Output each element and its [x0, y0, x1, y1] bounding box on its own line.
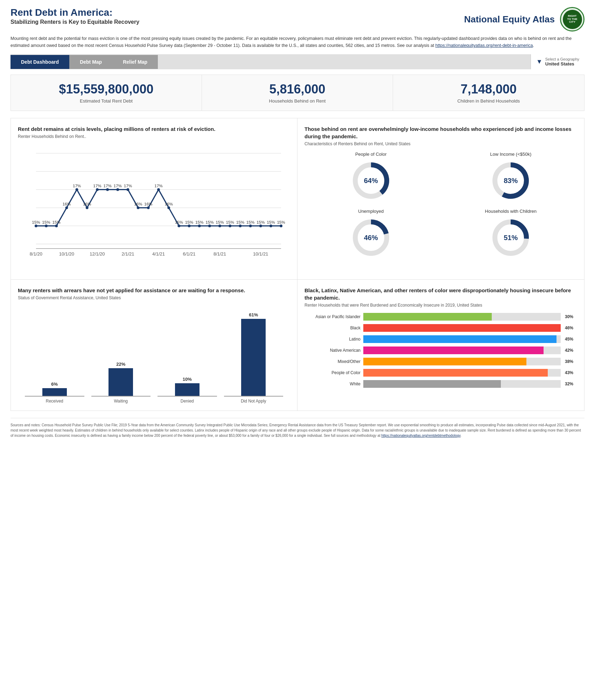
line-chart-svg: 15% 15% 15% 16% 17% 16% 17% 17% 17% 17% …: [18, 144, 290, 271]
panel-line-chart: Rent debt remains at crisis levels, plac…: [11, 118, 298, 280]
svg-text:15%: 15%: [52, 220, 61, 224]
logo-text: National Equity Atlas: [464, 14, 555, 25]
hbar-white-wrap: [363, 380, 561, 388]
svg-point-46: [188, 225, 191, 227]
donut1-chart: 64%: [350, 160, 392, 202]
donut-people-of-color: People of Color 64%: [304, 152, 438, 202]
intro-link[interactable]: https://nationalequityatlas.org/rent-deb…: [435, 43, 533, 48]
bar-denied-label: Denied: [181, 399, 194, 404]
tab-debt-map[interactable]: Debt Map: [69, 55, 112, 69]
panel4-subtitle: Renter Households that were Rent Burdene…: [304, 303, 577, 308]
geo-select-text: Select a Geography United States: [545, 57, 579, 66]
hbar-poc-label: People of Color: [304, 370, 360, 375]
svg-point-38: [106, 188, 109, 191]
hbar-native-wrap: [363, 346, 561, 354]
svg-point-34: [65, 206, 68, 209]
panel-donuts: Those behind on rent are overwhelmingly …: [298, 118, 584, 280]
svg-point-47: [198, 225, 201, 227]
hbar-poc-pct: 43%: [565, 370, 577, 375]
intro-text: Mounting rent debt and the potential for…: [10, 35, 584, 49]
donut3-label: Unemployed: [304, 209, 438, 214]
svg-point-48: [208, 225, 211, 227]
donut-grid: People of Color 64% Low Income (<$50k): [304, 152, 577, 259]
svg-text:12/1/20: 12/1/20: [90, 251, 105, 257]
kpi-total-debt-label: Estimated Total Rent Debt: [21, 98, 191, 104]
donut2-chart: 83%: [490, 160, 532, 202]
svg-text:15%: 15%: [42, 220, 50, 224]
geography-select[interactable]: ▼ Select a Geography United States: [531, 54, 584, 69]
svg-point-51: [239, 225, 241, 227]
kpi-households: 5,816,000 Households Behind on Rent: [202, 75, 393, 111]
svg-text:6/1/21: 6/1/21: [183, 251, 195, 257]
svg-text:15%: 15%: [267, 220, 275, 224]
svg-text:15%: 15%: [216, 220, 224, 224]
kpi-row: $15,559,800,000 Estimated Total Rent Deb…: [10, 75, 584, 111]
svg-point-49: [218, 225, 221, 227]
svg-text:8/1/20: 8/1/20: [30, 251, 42, 257]
svg-point-40: [127, 188, 130, 191]
svg-point-50: [229, 225, 231, 227]
hbar-black-wrap: [363, 324, 561, 332]
svg-text:15%: 15%: [226, 220, 234, 224]
hbar-black-fill: [363, 324, 561, 332]
tab-relief-map[interactable]: Relief Map: [112, 55, 158, 69]
panel3-subtitle: Status of Government Rental Assistance, …: [18, 295, 290, 300]
hbar-mixed-wrap: [363, 358, 561, 365]
hbar-latino: Latino 45%: [304, 335, 577, 343]
svg-point-43: [157, 188, 160, 191]
footer-text: Sources and notes: Census Household Puls…: [10, 423, 581, 438]
kpi-children-label: Children in Behind Households: [404, 98, 574, 104]
svg-text:16%: 16%: [144, 202, 152, 206]
panel-hbar-chart: Black, Latinx, Native American, and othe…: [298, 280, 584, 411]
tab-debt-dashboard[interactable]: Debt Dashboard: [10, 55, 69, 69]
svg-point-37: [96, 188, 99, 191]
hbar-asian-pct: 30%: [565, 314, 577, 319]
svg-text:17%: 17%: [93, 183, 101, 188]
bar-waiting-label: Waiting: [114, 399, 128, 404]
svg-text:16%: 16%: [164, 202, 173, 206]
hbar-white-fill: [363, 380, 501, 388]
bar-received-label: Received: [46, 399, 63, 404]
panel-bar-chart: Many renters with arrears have not yet a…: [11, 280, 298, 411]
svg-text:15%: 15%: [185, 220, 193, 224]
svg-point-32: [45, 225, 48, 227]
main-grid: Rent debt remains at crisis levels, plac…: [10, 118, 584, 411]
panel2-subtitle: Characteristics of Renters Behind on Ren…: [304, 141, 577, 146]
svg-point-33: [55, 225, 58, 227]
svg-text:15%: 15%: [246, 220, 254, 224]
donut2-label: Low Income (<$50k): [444, 152, 578, 157]
hbar-white: White 32%: [304, 380, 577, 388]
donut4-label: Households with Children: [444, 209, 578, 214]
geo-value: United States: [545, 61, 579, 66]
donut1-label: People of Color: [304, 152, 438, 157]
footer-link[interactable]: https://nationalequityatlas.org/rentdebt…: [382, 434, 461, 438]
donut-children: Households with Children 51%: [444, 209, 578, 259]
hbar-mixed-label: Mixed/Other: [304, 359, 360, 364]
hbar-asian-wrap: [363, 313, 561, 321]
header-left: Rent Debt in America: Stabilizing Renter…: [10, 7, 139, 25]
svg-point-39: [116, 188, 119, 191]
svg-point-45: [177, 225, 180, 227]
bar-denied-pct: 10%: [183, 377, 192, 382]
donut2-pct: 83%: [504, 177, 518, 185]
header: Rent Debt in America: Stabilizing Renter…: [10, 7, 584, 31]
hbar-native: Native American 42%: [304, 346, 577, 354]
svg-text:4/1/21: 4/1/21: [152, 251, 165, 257]
bar-did-not-apply-label: Did Not Apply: [241, 399, 266, 404]
kpi-children-value: 7,148,000: [404, 82, 574, 97]
svg-text:16%: 16%: [83, 202, 91, 206]
kpi-total-debt-value: $15,559,800,000: [21, 82, 191, 97]
donut4-chart: 51%: [490, 217, 532, 259]
svg-point-36: [86, 206, 89, 209]
svg-point-55: [280, 225, 282, 227]
svg-text:10/1/20: 10/1/20: [59, 251, 74, 257]
hbar-white-label: White: [304, 382, 360, 386]
donut3-pct: 46%: [364, 234, 378, 242]
hbar-native-pct: 42%: [565, 348, 577, 353]
page-subtitle: Stabilizing Renters is Key to Equitable …: [10, 19, 139, 25]
hbar-latino-pct: 45%: [565, 337, 577, 342]
hbar-latino-wrap: [363, 335, 561, 343]
bar-did-not-apply-fill: [241, 319, 266, 396]
hbar-list: Asian or Pacific Islander 30% Black 46% …: [304, 313, 577, 388]
hbar-poc-fill: [363, 369, 548, 377]
